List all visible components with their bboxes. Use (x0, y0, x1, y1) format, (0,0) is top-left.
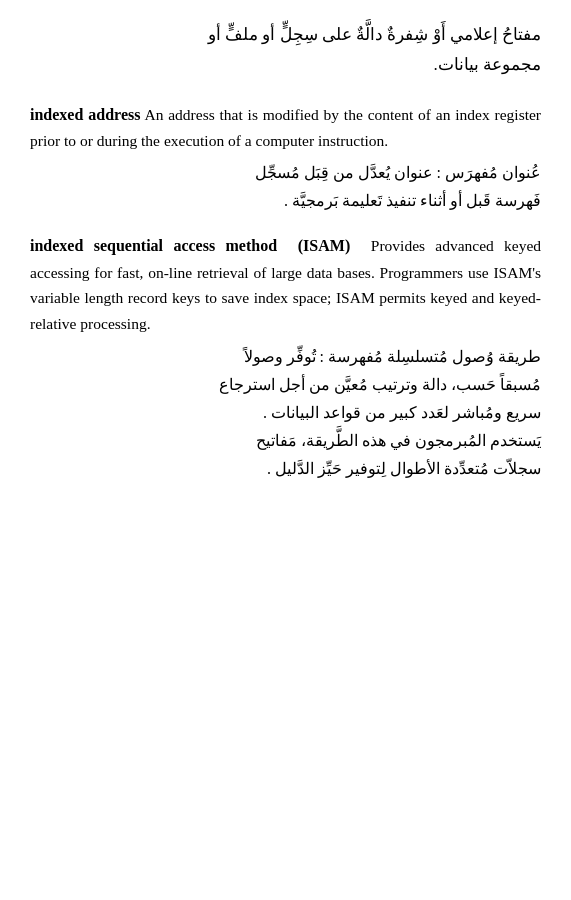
arabic-indexed-address-line1: عُنوان مُفهرَس : عنوان يُعدَّل من قِبَل … (255, 164, 541, 181)
term-isam-abbr: (ISAM) (298, 237, 350, 254)
term-isam-words: indexed sequential access method (30, 237, 277, 254)
entry-indexed-address-text: indexed address An address that is modif… (30, 102, 541, 154)
intro-arabic-line1: مفتاحُ إعلامي أَوْ شِفرةٌ دالَّةٌ على سِ… (208, 25, 541, 44)
arabic-isam-line0: طريقة وُصول مُتسلسِلة مُفهرسة : تُوفِّر … (244, 348, 541, 365)
arabic-indexed-address-line2: فَهرسة قَبل أو أثناء تنفيذ تَعليمة بَرمج… (284, 192, 541, 209)
arabic-isam-line4: سجلاّت مُتعدِّدة الأطوال لِتوفير حَيِّز … (267, 460, 541, 477)
arabic-isam: طريقة وُصول مُتسلسِلة مُفهرسة : تُوفِّر … (30, 343, 541, 483)
entry-indexed-address: indexed address An address that is modif… (30, 102, 541, 216)
arabic-isam-line2: سريع ومُباشر لعَدد كبير من قواعد البيانا… (263, 404, 541, 421)
arabic-indexed-address: عُنوان مُفهرَس : عنوان يُعدَّل من قِبَل … (30, 159, 541, 215)
entry-isam: indexed sequential access method (ISAM) … (30, 233, 541, 482)
intro-arabic-line2: مجموعة بيانات. (434, 55, 542, 74)
term-indexed-address: indexed address (30, 106, 140, 123)
arabic-isam-line1: مُسبقاً حَسب، دالة وترتيب مُعيَّن من أجل… (219, 376, 541, 393)
arabic-isam-line3: يَستخدم المُبرمجون في هذه الطَّريقة، مَف… (256, 432, 541, 449)
page-container: مفتاحُ إعلامي أَوْ شِفرةٌ دالَّةٌ على سِ… (30, 20, 541, 483)
intro-arabic-block: مفتاحُ إعلامي أَوْ شِفرةٌ دالَّةٌ على سِ… (30, 20, 541, 80)
entry-isam-text: indexed sequential access method (ISAM) … (30, 233, 541, 336)
term-isam: indexed sequential access method (ISAM) (30, 237, 361, 254)
